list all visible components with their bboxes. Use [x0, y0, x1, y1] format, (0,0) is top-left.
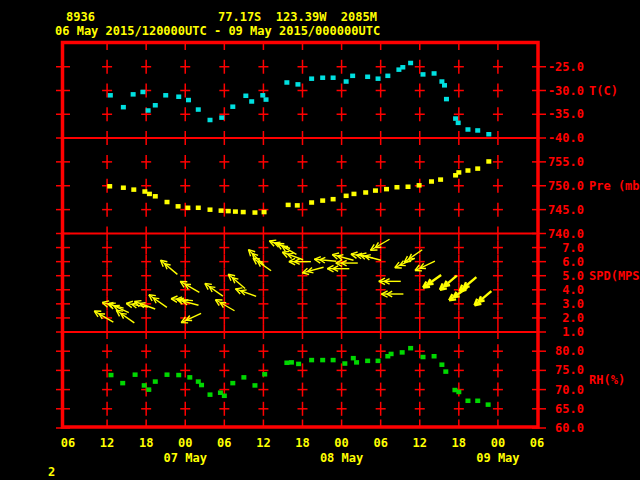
- temperature-tick-label: -35.0: [536, 107, 584, 121]
- wind-speed-tick-label: 1.0: [536, 325, 584, 339]
- wind-speed-tick-label: 4.0: [536, 283, 584, 297]
- relative-humidity-tick-label: 80.0: [536, 344, 584, 358]
- pressure-tick-label: 750.0: [536, 179, 584, 193]
- x-tick-label: 12: [92, 436, 122, 450]
- temperature-tick-label: -30.0: [536, 84, 584, 98]
- x-tick-label: 06: [53, 436, 83, 450]
- pressure-tick-label: 740.0: [536, 227, 584, 241]
- temperature-tick-label: -25.0: [536, 60, 584, 74]
- axis-labels-layer: -25.0-30.0-35.0-40.0T(C)755.0750.0745.07…: [0, 0, 640, 480]
- wind-speed-unit-label: SPD(MPS): [589, 269, 640, 283]
- pressure-unit-label: Pre (mb): [589, 179, 640, 193]
- wind-speed-tick-label: 7.0: [536, 241, 584, 255]
- page-number: 2: [48, 465, 55, 479]
- x-tick-label: 06: [209, 436, 239, 450]
- x-tick-label: 12: [248, 436, 278, 450]
- relative-humidity-tick-label: 60.0: [536, 421, 584, 435]
- pressure-tick-label: 745.0: [536, 203, 584, 217]
- relative-humidity-tick-label: 70.0: [536, 383, 584, 397]
- relative-humidity-tick-label: 65.0: [536, 402, 584, 416]
- meteogram-screen: 8936 77.17S 123.39W 2085M 06 May 2015/12…: [0, 0, 640, 480]
- wind-speed-tick-label: 6.0: [536, 255, 584, 269]
- x-tick-label: 18: [131, 436, 161, 450]
- date-label: 07 May: [155, 451, 215, 465]
- x-tick-label: 00: [327, 436, 357, 450]
- x-tick-label: 18: [444, 436, 474, 450]
- date-label: 08 May: [312, 451, 372, 465]
- x-tick-label: 06: [366, 436, 396, 450]
- wind-speed-tick-label: 2.0: [536, 311, 584, 325]
- relative-humidity-unit-label: RH(%): [589, 373, 625, 387]
- wind-speed-tick-label: 5.0: [536, 269, 584, 283]
- relative-humidity-tick-label: 75.0: [536, 363, 584, 377]
- temperature-unit-label: T(C): [589, 84, 618, 98]
- temperature-tick-label: -40.0: [536, 131, 584, 145]
- pressure-tick-label: 755.0: [536, 155, 584, 169]
- x-tick-label: 18: [288, 436, 318, 450]
- wind-speed-tick-label: 3.0: [536, 297, 584, 311]
- x-tick-label: 12: [405, 436, 435, 450]
- x-tick-label: 00: [170, 436, 200, 450]
- date-label: 09 May: [468, 451, 528, 465]
- x-tick-label: 06: [522, 436, 552, 450]
- x-tick-label: 00: [483, 436, 513, 450]
